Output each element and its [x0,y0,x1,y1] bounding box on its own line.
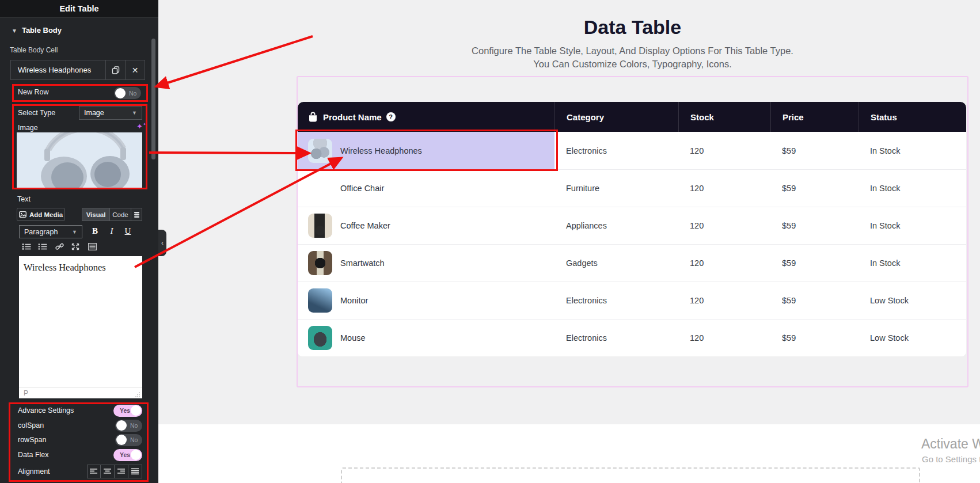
bullet-list-button[interactable] [21,241,32,252]
stock-cell: 120 [678,207,770,244]
toggle-knob [116,420,127,431]
table-body-rows: Wireless HeadphonesElectronics120$59In S… [298,132,966,356]
advance-settings-row: Advance Settings Yes [18,404,142,417]
caret-down-icon: ▼ [12,28,17,34]
stacked-layers-icon-button[interactable] [131,208,142,220]
tab-code[interactable]: Code [109,208,131,220]
price-cell: $59 [770,320,859,356]
add-media-button[interactable]: Add Media [17,208,65,221]
table-row[interactable]: MonitorElectronics120$59Low Stock [298,282,966,319]
preview-title: Data Table [297,16,968,39]
editor-content-text: Wireless Headphones [24,262,106,273]
status-cell: Low Stock [859,282,966,319]
underline-button[interactable]: U [122,226,134,238]
arrow-to-new-row [157,36,313,86]
product-name: Monitor [340,296,368,305]
colspan-toggle[interactable]: No [115,420,142,432]
toggle-state-label: No [130,436,138,443]
panel-title: Edit Table [0,4,158,13]
align-left-icon [90,468,98,475]
editor-mode-tabs: Visual Code [82,208,142,221]
product-name: Smartwatch [340,258,385,268]
select-type-dropdown[interactable]: Image ▼ [79,106,142,120]
table-row[interactable]: SmartwatchGadgets120$59In Stock [298,244,966,282]
column-label: Category [567,112,604,122]
link-icon [55,243,64,250]
table-row[interactable]: Office ChairFurniture120$59In Stock [298,169,966,207]
category-cell: Electronics [554,320,678,356]
header-price[interactable]: Price [770,102,859,132]
panel-collapse-button[interactable]: ‹ [158,230,166,256]
help-icon[interactable]: ? [386,112,396,121]
panel-scrollbar[interactable] [151,39,155,159]
database-icon [134,211,140,218]
stock-cell: 120 [678,245,770,282]
column-label: Status [871,112,897,122]
duplicate-button[interactable] [105,60,125,79]
toggle-knob [115,88,126,98]
activate-windows-watermark: Activate Windows [921,436,980,452]
product-name-cell[interactable]: Smartwatch [298,245,554,282]
data-flex-toggle[interactable]: Yes [113,449,142,461]
select-type-label: Select Type [18,109,55,117]
price-cell: $59 [770,132,859,169]
repeater-item[interactable]: Wireless Headphones ✕ [10,60,145,80]
header-status[interactable]: Status [859,102,966,132]
product-name-cell[interactable]: Monitor [298,282,554,319]
table-row[interactable]: MouseElectronics120$59Low Stock [298,319,966,356]
numbered-list-button[interactable] [37,241,48,252]
link-button[interactable] [54,241,65,252]
rowspan-toggle[interactable]: No [115,434,142,446]
remove-button[interactable]: ✕ [125,60,145,79]
bag-icon [308,112,318,122]
align-right-button[interactable] [115,465,128,478]
editor-statusbar: P [19,387,142,398]
new-row-toggle[interactable]: No [114,87,141,99]
product-image-chair [308,176,332,200]
product-name-cell[interactable]: Coffee Maker [298,207,554,244]
repeater-item-label: Wireless Headphones [11,66,105,74]
product-name-cell[interactable]: Mouse [298,320,554,356]
image-preview[interactable] [17,132,142,188]
media-icon [19,211,26,218]
category-cell: Appliances [554,207,678,244]
data-flex-label: Data Flex [18,451,113,459]
stock-cell: 120 [678,170,770,207]
toggle-state-label: No [129,90,136,97]
product-image-coffee [308,214,332,238]
text-label: Text [17,195,31,203]
product-name: Wireless Headphones [340,146,422,155]
product-name: Coffee Maker [340,221,390,230]
add-media-label: Add Media [29,211,63,218]
product-image-watch [308,251,332,275]
alignment-label: Alignment [18,467,87,476]
alignment-button-group [87,465,142,478]
header-product-name[interactable]: Product Name ? [298,102,554,132]
align-justify-button[interactable] [128,465,142,478]
resize-grip-icon[interactable] [135,391,140,397]
ai-sparkle-icon[interactable]: ✦✦ [136,122,146,131]
header-stock[interactable]: Stock [678,102,770,132]
toggle-state-label: Yes [120,451,130,458]
product-name-cell[interactable]: Office Chair [298,170,554,207]
align-center-button[interactable] [101,465,115,478]
chevron-down-icon: ▼ [132,110,137,116]
alignment-row: Alignment [18,465,142,478]
product-name-cell[interactable]: Wireless Headphones [298,132,554,169]
stock-cell: 120 [678,320,770,356]
empty-section-placeholder[interactable] [341,467,920,483]
rich-text-editor[interactable]: Wireless Headphones [19,256,142,387]
advance-settings-toggle[interactable]: Yes [113,405,142,417]
fullscreen-button[interactable] [70,241,81,252]
tab-visual[interactable]: Visual [82,208,109,220]
section-table-body[interactable]: ▼Table Body [12,26,62,35]
table-row[interactable]: Wireless HeadphonesElectronics120$59In S… [298,132,966,169]
status-cell: In Stock [859,132,966,169]
align-left-button[interactable] [87,465,101,478]
italic-button[interactable]: I [106,226,117,238]
toolbar-toggle-button[interactable] [86,241,98,252]
bold-button[interactable]: B [89,226,101,238]
header-category[interactable]: Category [554,102,678,132]
table-row[interactable]: Coffee MakerAppliances120$59In Stock [298,207,966,244]
block-format-dropdown[interactable]: Paragraph ▼ [19,225,82,238]
